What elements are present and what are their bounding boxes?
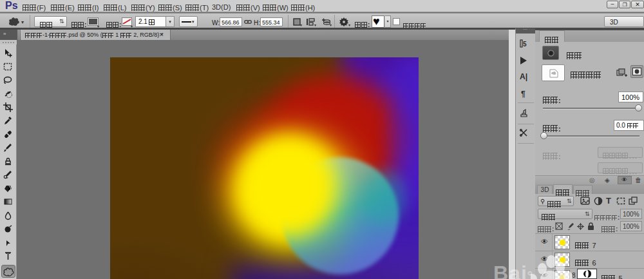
svg-text:5: 5 — [523, 41, 527, 48]
